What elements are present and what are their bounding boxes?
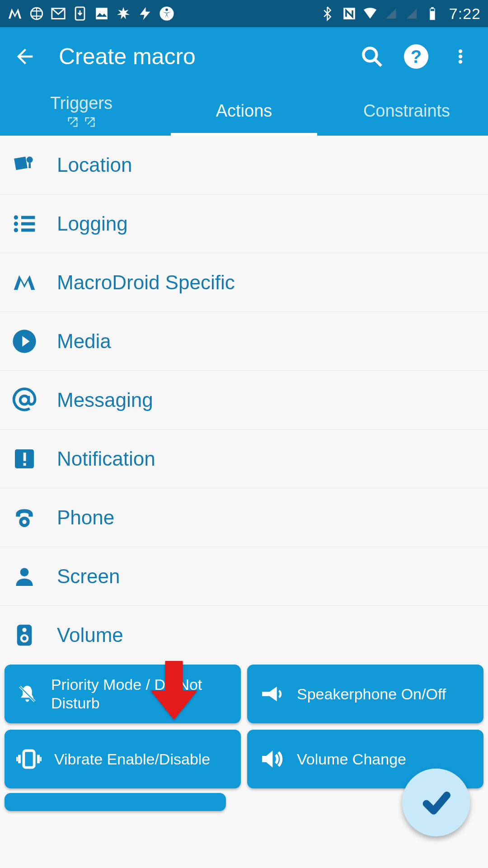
svg-rect-3 bbox=[96, 8, 108, 19]
status-bar: 7:22 bbox=[0, 0, 488, 27]
list-icon bbox=[12, 211, 37, 236]
tab-bar: Triggers Actions Constraints bbox=[0, 86, 488, 136]
help-button[interactable]: ? bbox=[403, 43, 429, 70]
svg-point-14 bbox=[459, 60, 462, 64]
sim2-icon bbox=[404, 6, 419, 21]
list-item-notification[interactable]: Notification bbox=[0, 429, 488, 488]
annotation-arrow bbox=[149, 661, 199, 722]
vibrate-icon bbox=[16, 746, 42, 772]
svg-rect-35 bbox=[23, 750, 34, 767]
tab-label: Triggers bbox=[50, 94, 113, 113]
category-list[interactable]: Location Logging MacroDroid Specific Med… bbox=[0, 136, 488, 811]
sub-speakerphone[interactable]: Speakerphone On/Off bbox=[247, 665, 483, 723]
gmail-icon bbox=[51, 6, 66, 21]
svg-point-27 bbox=[22, 519, 26, 524]
list-item-media[interactable]: Media bbox=[0, 312, 488, 371]
sub-label: Volume Change bbox=[297, 750, 406, 769]
item-label: Screen bbox=[57, 565, 120, 588]
svg-point-5 bbox=[165, 9, 168, 11]
at-icon bbox=[12, 387, 37, 413]
location-icon bbox=[12, 152, 37, 178]
svg-point-13 bbox=[459, 55, 462, 58]
wifi-icon bbox=[362, 6, 378, 21]
status-clock: 7:22 bbox=[449, 5, 481, 23]
svg-point-28 bbox=[20, 568, 29, 576]
svg-rect-8 bbox=[431, 7, 434, 9]
list-item-location[interactable]: Location bbox=[0, 136, 488, 194]
svg-rect-19 bbox=[21, 222, 35, 225]
svg-rect-9 bbox=[431, 9, 435, 11]
svg-line-11 bbox=[375, 59, 381, 66]
tab-triggers[interactable]: Triggers bbox=[0, 86, 163, 136]
leaf-icon bbox=[116, 6, 131, 21]
search-button[interactable] bbox=[359, 43, 385, 70]
open-external-icon bbox=[84, 116, 96, 128]
accessibility-icon bbox=[159, 6, 174, 21]
svg-point-10 bbox=[363, 48, 376, 61]
bell-off-icon bbox=[16, 681, 38, 707]
item-label: Location bbox=[57, 154, 132, 176]
m-logo-icon bbox=[12, 270, 37, 295]
phone-icon bbox=[12, 505, 37, 530]
bluetooth-icon bbox=[321, 6, 336, 21]
svg-rect-24 bbox=[23, 453, 26, 461]
battery-icon bbox=[425, 6, 440, 21]
list-item-messaging[interactable]: Messaging bbox=[0, 371, 488, 429]
sub-priority-mode[interactable]: Priority Mode / Do Not Disturb bbox=[5, 665, 241, 723]
item-label: Phone bbox=[57, 506, 114, 529]
svg-point-32 bbox=[22, 636, 26, 640]
alert-icon bbox=[12, 446, 37, 472]
item-label: Media bbox=[57, 330, 111, 353]
back-button[interactable] bbox=[9, 41, 41, 72]
tab-label: Actions bbox=[216, 101, 272, 121]
download-icon bbox=[72, 6, 88, 21]
item-label: Logging bbox=[57, 212, 128, 235]
svg-point-20 bbox=[14, 228, 18, 232]
speaker-icon bbox=[12, 623, 37, 648]
person-icon bbox=[12, 564, 37, 589]
tab-actions[interactable]: Actions bbox=[163, 86, 325, 136]
list-item-volume[interactable]: Volume bbox=[0, 606, 488, 665]
sim1-icon bbox=[383, 6, 399, 21]
confirm-fab[interactable] bbox=[402, 769, 470, 836]
list-item-macrodroid[interactable]: MacroDroid Specific bbox=[0, 253, 488, 312]
list-item-screen[interactable]: Screen bbox=[0, 547, 488, 606]
sub-label: Vibrate Enable/Disable bbox=[54, 750, 210, 769]
item-label: Notification bbox=[57, 448, 155, 470]
photo-icon bbox=[94, 6, 109, 21]
svg-rect-17 bbox=[21, 216, 35, 219]
svg-rect-21 bbox=[21, 228, 35, 231]
svg-point-12 bbox=[459, 49, 462, 53]
item-label: MacroDroid Specific bbox=[57, 271, 235, 294]
page-title: Create macro bbox=[59, 43, 359, 70]
sub-label: Speakerphone On/Off bbox=[297, 685, 446, 703]
svg-point-30 bbox=[22, 628, 26, 632]
app-m-icon bbox=[7, 6, 23, 21]
list-item-logging[interactable]: Logging bbox=[0, 194, 488, 253]
megaphone-icon bbox=[259, 681, 284, 707]
tab-label: Constraints bbox=[363, 101, 450, 121]
tab-constraints[interactable]: Constraints bbox=[325, 86, 488, 136]
open-external-icon bbox=[66, 116, 79, 128]
play-icon bbox=[12, 329, 37, 354]
svg-point-15 bbox=[27, 156, 33, 163]
bolt-icon bbox=[137, 6, 153, 21]
svg-point-18 bbox=[14, 222, 18, 226]
nfc-icon bbox=[342, 6, 357, 21]
app-header: Create macro ? Triggers bbox=[0, 27, 488, 136]
sub-vibrate[interactable]: Vibrate Enable/Disable bbox=[5, 730, 241, 788]
sub-partial-row[interactable] bbox=[5, 793, 226, 811]
svg-rect-25 bbox=[23, 463, 26, 466]
volume-sub-actions: Priority Mode / Do Not Disturb Speakerph… bbox=[0, 665, 488, 793]
overflow-menu-button[interactable] bbox=[447, 43, 474, 70]
brain-icon bbox=[29, 6, 44, 21]
sound-icon bbox=[259, 746, 284, 772]
item-label: Volume bbox=[57, 624, 123, 646]
list-item-phone[interactable]: Phone bbox=[0, 488, 488, 547]
item-label: Messaging bbox=[57, 389, 153, 411]
sub-label: Priority Mode / Do Not Disturb bbox=[51, 675, 229, 712]
svg-point-16 bbox=[14, 215, 18, 219]
